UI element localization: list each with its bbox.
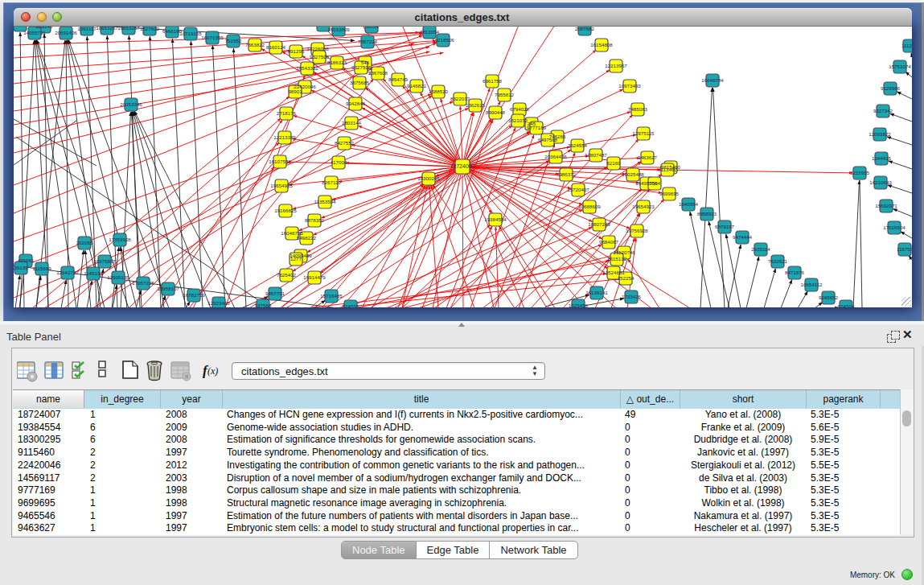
svg-text:6497568: 6497568 (538, 137, 558, 142)
svg-text:9699695: 9699695 (659, 191, 680, 196)
svg-text:6879197: 6879197 (715, 224, 735, 229)
svg-text:13226058: 13226058 (306, 46, 329, 51)
svg-text:8813054: 8813054 (420, 29, 440, 35)
svg-text:8113460: 8113460 (658, 167, 677, 172)
svg-text:7625402: 7625402 (277, 272, 297, 278)
svg-text:9129966: 9129966 (881, 85, 901, 91)
svg-text:98901: 98901 (288, 89, 302, 94)
svg-text:(x): (x) (207, 365, 218, 377)
svg-text:10654112: 10654112 (800, 282, 823, 287)
svg-text:1362615: 1362615 (466, 102, 486, 108)
svg-text:16033809: 16033809 (327, 27, 350, 32)
svg-text:8958923: 8958923 (697, 211, 717, 216)
svg-text:9684067: 9684067 (599, 239, 619, 245)
svg-text:10688609: 10688609 (578, 204, 601, 209)
svg-text:1588520: 1588520 (429, 89, 449, 94)
svg-text:1621072: 1621072 (508, 117, 528, 123)
svg-text:8186323: 8186323 (327, 60, 347, 65)
svg-text:891295: 891295 (288, 48, 305, 54)
svg-text:16107553: 16107553 (269, 159, 291, 164)
svg-text:7955812: 7955812 (495, 92, 515, 97)
svg-text:7632621: 7632621 (768, 258, 788, 264)
svg-text:2803144: 2803144 (342, 120, 362, 126)
svg-text:9227342: 9227342 (873, 108, 893, 113)
svg-text:1244415: 1244415 (872, 155, 892, 161)
svg-text:10973493: 10973493 (618, 83, 641, 89)
svg-text:5664: 5664 (649, 180, 660, 186)
svg-text:111243: 111243 (901, 43, 912, 48)
svg-text:19166825: 19166825 (274, 208, 297, 213)
svg-text:12942737: 12942737 (56, 270, 79, 275)
svg-text:15720407: 15720407 (567, 187, 589, 192)
svg-text:12213967: 12213967 (605, 63, 627, 68)
svg-text:12213389: 12213389 (273, 134, 296, 140)
svg-text:9327508: 9327508 (351, 64, 372, 70)
svg-text:8160124: 8160124 (266, 44, 286, 50)
svg-text:10975867: 10975867 (93, 258, 116, 264)
svg-text:9245652: 9245652 (819, 295, 839, 300)
svg-text:16782759: 16782759 (183, 292, 205, 298)
svg-text:6961758: 6961758 (483, 78, 503, 84)
svg-text:2935114: 2935114 (751, 246, 770, 252)
svg-text:2087682: 2087682 (575, 26, 595, 31)
svg-text:62160: 62160 (606, 160, 621, 166)
svg-text:3624554: 3624554 (568, 142, 588, 148)
svg-text:14136141: 14136141 (585, 290, 608, 295)
svg-text:2367608: 2367608 (368, 70, 388, 76)
svg-text:16543382: 16543382 (296, 65, 318, 71)
svg-text:12093822: 12093822 (869, 131, 891, 137)
svg-text:10807487: 10807487 (585, 152, 607, 158)
svg-text:202065: 202065 (76, 240, 93, 245)
svg-text:1527602: 1527602 (140, 26, 160, 31)
svg-text:19654923: 19654923 (632, 204, 655, 209)
svg-text:17016504: 17016504 (883, 225, 906, 230)
svg-text:751552: 751552 (225, 38, 242, 43)
svg-text:924504: 924504 (838, 303, 855, 307)
svg-text:8990448: 8990448 (486, 109, 506, 115)
svg-text:8471676: 8471676 (785, 270, 805, 275)
svg-text:20691406: 20691406 (55, 30, 77, 35)
svg-text:1615132: 1615132 (607, 256, 627, 262)
svg-text:7986372: 7986372 (556, 171, 577, 177)
svg-text:8427552: 8427552 (335, 140, 355, 146)
svg-text:18807249: 18807249 (588, 221, 610, 227)
svg-text:7357224: 7357224 (358, 39, 378, 44)
svg-text:13524851: 13524851 (602, 270, 625, 275)
svg-text:16120746: 16120746 (613, 249, 635, 255)
svg-text:3215955: 3215955 (850, 170, 870, 175)
svg-text:524556: 524556 (343, 303, 359, 307)
svg-text:5498222: 5498222 (297, 235, 317, 241)
svg-text:3675685: 3675685 (350, 80, 370, 85)
svg-text:1093117: 1093117 (77, 26, 97, 31)
svg-text:7485063: 7485063 (628, 106, 648, 112)
svg-text:16671355: 16671355 (201, 35, 224, 40)
svg-text:937568: 937568 (255, 303, 272, 307)
svg-text:20053346: 20053346 (120, 101, 142, 107)
svg-text:15716485: 15716485 (320, 293, 343, 299)
svg-text:116753: 116753 (897, 246, 912, 252)
svg-text:6794028: 6794028 (510, 106, 530, 112)
svg-text:16648784: 16648784 (701, 77, 724, 83)
svg-text:11353594: 11353594 (314, 199, 336, 204)
svg-text:18300295: 18300295 (417, 175, 440, 181)
svg-text:1525456: 1525456 (569, 303, 589, 307)
svg-text:252254: 252254 (618, 275, 634, 281)
svg-text:16154808: 16154808 (590, 42, 613, 47)
svg-text:9463627: 9463627 (638, 154, 658, 160)
svg-text:15751074: 15751074 (889, 64, 911, 69)
svg-text:1277: 1277 (290, 256, 302, 262)
svg-text:9242848: 9242848 (346, 101, 366, 106)
svg-text:1145194: 1145194 (84, 270, 103, 276)
svg-text:1115689: 1115689 (32, 266, 51, 271)
svg-text:12923468: 12923468 (207, 300, 230, 306)
svg-text:10719155: 10719155 (179, 31, 202, 36)
svg-text:7663822: 7663822 (245, 42, 265, 47)
svg-text:19384554: 19384554 (484, 216, 507, 222)
svg-text:19218506: 19218506 (432, 37, 454, 43)
svg-text:12975115: 12975115 (632, 130, 655, 136)
svg-text:9457791: 9457791 (265, 290, 285, 296)
svg-text:20364436: 20364436 (544, 154, 567, 159)
svg-text:14055721: 14055721 (23, 30, 46, 35)
svg-text:10025488: 10025488 (622, 171, 644, 177)
svg-text:2718176: 2718176 (277, 110, 297, 116)
